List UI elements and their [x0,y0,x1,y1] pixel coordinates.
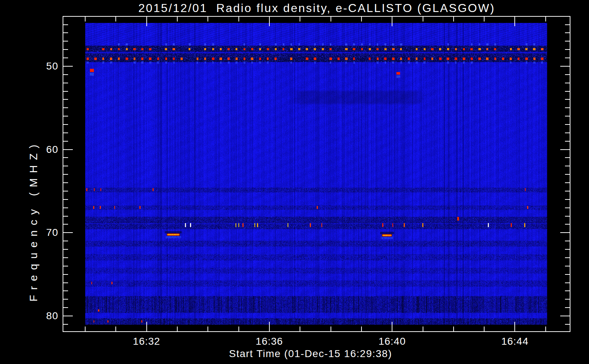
x-axis-tick [115,17,116,21]
x-axis-tick [85,17,86,21]
y-axis-tick [565,174,570,175]
x-axis-tick [269,17,270,26]
y-axis-tick [565,224,570,225]
x-axis-tick [300,327,300,331]
y-axis-tick [565,116,570,116]
x-axis-tick [423,17,423,21]
y-axis-tick [63,66,73,67]
x-axis-tick [85,327,86,331]
y-axis-tick [565,257,570,258]
y-axis-tick [63,199,68,200]
x-axis-tick [300,17,300,21]
y-axis-tick [63,290,68,291]
y-axis-tick [565,132,570,133]
y-axis-tick [63,191,68,191]
x-axis-tick [545,327,546,331]
y-axis-tick [63,49,68,50]
y-axis-tick [565,299,570,300]
x-axis-tick [238,327,239,331]
x-axis-tick [484,17,485,21]
y-axis-tick [63,182,68,183]
chart-title: 2015/12/01 Radio flux density, e-CALLIST… [84,1,550,15]
x-axis-title: Start Time (01-Dec-15 16:29:38) [198,348,423,360]
x-axis-tick [207,327,208,331]
y-axis-tick [565,41,570,41]
y-axis-tick [565,24,570,25]
y-axis-tick [63,282,68,283]
y-axis-tick [565,32,570,33]
x-axis-tick [115,327,116,331]
y-axis-tick [63,83,68,83]
x-axis-tick [514,17,515,26]
y-axis-tick [565,107,570,108]
x-axis-tick [177,17,178,21]
y-axis-tick [63,249,68,250]
y-axis-tick [63,224,68,225]
y-axis-tick [63,274,68,275]
y-axis-tick [63,299,68,300]
x-tick-label: 16:32 [121,336,172,347]
y-axis-tick [565,182,570,183]
x-axis-tick [545,17,546,21]
x-axis-tick [238,17,239,21]
x-axis-tick [392,17,392,26]
y-axis-tick [560,232,570,233]
y-axis-tick [565,91,570,92]
y-axis-tick [565,166,570,166]
y-axis-tick [565,141,570,142]
x-axis-tick [484,327,485,331]
y-axis-tick [560,316,570,316]
y-axis-tick [63,74,68,75]
x-axis-tick [177,327,178,331]
y-axis-tick [63,58,68,58]
y-axis-tick [63,174,68,175]
spectrogram-image [85,23,547,325]
x-axis-tick [453,17,454,21]
y-axis-tick [63,141,68,142]
y-axis-tick [565,124,570,125]
x-axis-tick [392,322,392,331]
y-axis-tick [565,266,570,266]
y-axis-tick [565,58,570,58]
y-axis-tick [63,99,68,100]
y-axis-tick [63,124,68,125]
y-axis-tick [63,157,68,158]
y-axis-tick [63,216,68,217]
y-tick-label: 50 [25,61,58,72]
y-axis-tick [565,191,570,191]
x-axis-tick [331,17,331,21]
y-axis-tick [565,216,570,217]
y-axis-tick [560,66,570,67]
y-axis-tick [565,307,570,308]
y-axis-tick [565,324,570,325]
y-axis-tick [63,316,73,316]
x-axis-tick [331,327,331,331]
y-axis-tick [63,266,68,266]
y-axis-tick [565,282,570,283]
y-axis-tick [560,149,570,150]
y-axis-tick [565,290,570,291]
x-tick-label: 16:36 [244,336,295,347]
y-axis-tick [565,74,570,75]
spectrogram-page: 2015/12/01 Radio flux density, e-CALLIST… [0,0,589,364]
y-axis-tick [565,83,570,83]
y-axis-tick [63,307,68,308]
y-axis-tick [63,107,68,108]
y-axis-tick [63,232,73,233]
y-axis-tick [565,157,570,158]
y-axis-tick [63,116,68,116]
x-axis-tick [453,327,454,331]
x-tick-label: 16:44 [489,336,540,347]
y-axis-tick [565,207,570,208]
x-axis-tick [146,17,147,26]
x-axis-tick [361,17,362,21]
x-axis-tick [361,327,362,331]
y-axis-tick [565,199,570,200]
y-axis-tick [63,257,68,258]
y-axis-tick [63,32,68,33]
y-axis-tick [565,249,570,250]
y-axis-tick [63,41,68,41]
y-axis-tick [63,166,68,166]
x-axis-tick [423,327,423,331]
y-axis-tick [63,324,68,325]
